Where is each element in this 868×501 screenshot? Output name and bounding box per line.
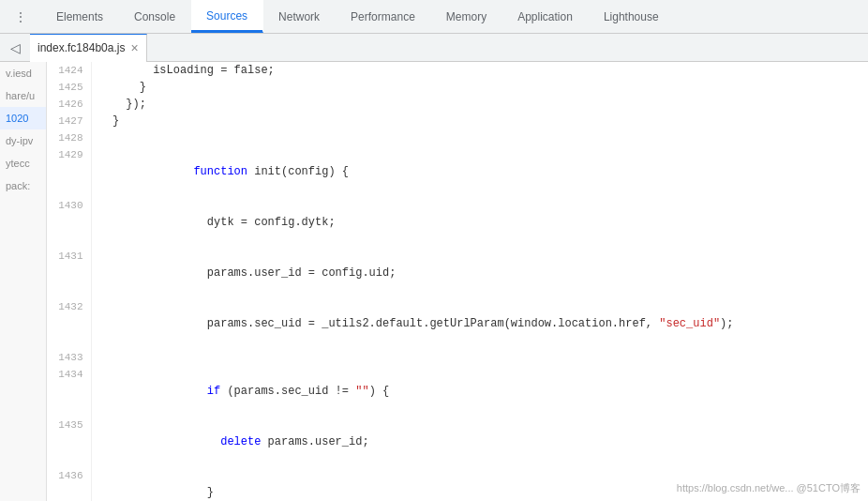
file-tab-name: index.fc184b0a.js	[37, 41, 125, 54]
line-number: 1431	[47, 248, 91, 298]
tab-elements[interactable]: Elements	[41, 0, 119, 33]
table-row: 1431 params.user_id = config.uid;	[47, 248, 867, 298]
table-row: 1430 dytk = config.dytk;	[47, 197, 867, 248]
table-row: 1428	[47, 129, 867, 146]
sidebar-item-hareu[interactable]: hare/u	[0, 84, 46, 107]
line-number: 1427	[47, 113, 91, 129]
line-number: 1433	[47, 349, 91, 366]
code-content: }	[91, 467, 867, 501]
hamburger-button[interactable]: ⋮	[7, 4, 34, 30]
line-number: 1430	[47, 197, 91, 248]
table-row: 1426 });	[47, 96, 867, 113]
table-row: 1436 }	[47, 467, 867, 501]
file-tab-bar: ◁ index.fc184b0a.js ×	[0, 34, 868, 62]
code-content: delete params.user_id;	[91, 417, 867, 467]
sidebar-item-1020[interactable]: 1020	[0, 107, 46, 129]
line-number: 1425	[47, 79, 91, 96]
line-number: 1434	[47, 366, 91, 417]
tab-memory[interactable]: Memory	[431, 0, 502, 33]
sidebar-item-viesd[interactable]: v.iesd	[0, 62, 46, 84]
code-content: if (params.sec_uid != "") {	[91, 366, 867, 417]
tab-network[interactable]: Network	[263, 0, 336, 33]
line-number: 1428	[47, 129, 91, 146]
main-area: v.iesd hare/u 1020 dy-ipv ytecc pack: 14…	[0, 62, 868, 501]
code-table: 1424 isLoading = false; 1425 } 1426 }); …	[47, 62, 868, 501]
code-content: function init(config) {	[91, 146, 867, 197]
table-row: 1434 if (params.sec_uid != "") {	[47, 366, 867, 417]
tab-performance[interactable]: Performance	[336, 0, 431, 33]
line-number: 1435	[47, 417, 91, 467]
code-content: isLoading = false;	[91, 62, 867, 79]
table-row: 1432 params.sec_uid = _utils2.default.ge…	[47, 298, 867, 349]
sidebar-item-pack[interactable]: pack:	[0, 175, 46, 197]
table-row: 1425 }	[47, 79, 867, 96]
file-tab-index[interactable]: index.fc184b0a.js ×	[30, 34, 147, 62]
line-number: 1424	[47, 62, 91, 79]
line-number: 1436	[47, 467, 91, 501]
table-row: 1433	[47, 349, 867, 366]
table-row: 1435 delete params.user_id;	[47, 417, 867, 467]
tab-console[interactable]: Console	[119, 0, 191, 33]
code-content: }	[91, 79, 867, 96]
tab-sources[interactable]: Sources	[191, 0, 263, 33]
code-content: });	[91, 96, 867, 113]
table-row: 1429 function init(config) {	[47, 146, 867, 197]
code-content	[91, 129, 867, 146]
code-content: }	[91, 113, 867, 129]
sidebar-item-ytecc[interactable]: ytecc	[0, 152, 46, 175]
code-content: dytk = config.dytk;	[91, 197, 867, 248]
close-file-tab-icon[interactable]: ×	[130, 41, 138, 54]
table-row: 1424 isLoading = false;	[47, 62, 867, 79]
line-number: 1429	[47, 146, 91, 197]
code-content	[91, 349, 867, 366]
table-row: 1427 }	[47, 113, 867, 129]
dev-tools-tab-bar: ⋮ Elements Console Sources Network Perfo…	[0, 0, 868, 34]
hamburger-area: ⋮	[0, 0, 41, 33]
line-number: 1426	[47, 96, 91, 113]
code-content: params.sec_uid = _utils2.default.getUrlP…	[91, 298, 867, 349]
collapse-button[interactable]: ◁	[4, 37, 26, 59]
code-content: params.user_id = config.uid;	[91, 248, 867, 298]
line-number: 1432	[47, 298, 91, 349]
sidebar-panel: v.iesd hare/u 1020 dy-ipv ytecc pack:	[0, 62, 47, 501]
code-editor[interactable]: 1424 isLoading = false; 1425 } 1426 }); …	[47, 62, 868, 501]
sidebar-item-dyipv[interactable]: dy-ipv	[0, 129, 46, 152]
tab-application[interactable]: Application	[502, 0, 589, 33]
tab-lighthouse[interactable]: Lighthouse	[589, 0, 675, 33]
